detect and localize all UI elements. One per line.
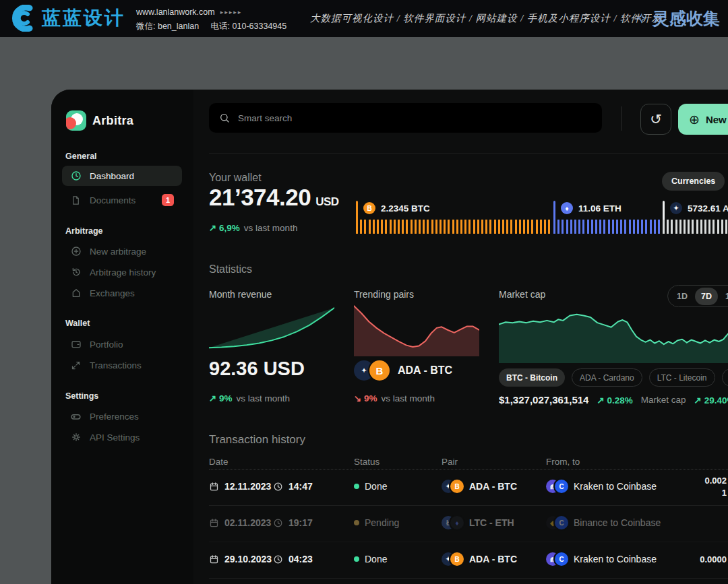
documents-badge: 1 xyxy=(162,194,174,206)
market-cap-range-toggle: 1D 7D 1M xyxy=(667,285,728,307)
pill-btc-bitcoin[interactable]: BTC - Bitcoin xyxy=(499,368,565,387)
wallet-icon xyxy=(70,339,82,350)
inspiration-collect[interactable]: ✧ 灵感收集 xyxy=(636,0,720,37)
tx-route: Binance to Coinbase xyxy=(574,517,661,528)
table-row[interactable]: 02.11.2023 19:17 Pending Ł♦LTC - ETH ◆CB… xyxy=(209,506,728,542)
plus-circle-icon xyxy=(70,246,82,257)
trending-pair-label: ADA - BTC xyxy=(398,364,452,377)
sidebar-item-exchanges[interactable]: Exchanges xyxy=(62,283,182,303)
new-arbitrage-button[interactable]: ⊕ New arbitrage xyxy=(678,104,728,135)
clock-icon xyxy=(273,554,283,564)
history-icon xyxy=(70,267,82,278)
pill-eth-ethereum[interactable]: ETH - Ethereum xyxy=(722,368,728,387)
lanlan-url[interactable]: www.lanlanwork.com xyxy=(136,5,215,20)
btc-bar xyxy=(356,220,551,234)
range-7d[interactable]: 7D xyxy=(695,288,718,305)
wallet-delta: ↗ 6,9%vs last month xyxy=(209,222,297,233)
main-content: ↺ ⊕ New arbitrage Your wallet 21’374.20U… xyxy=(209,90,728,584)
eth-bar xyxy=(553,220,661,234)
wallet-balance: 21’374.20USD xyxy=(209,184,339,211)
lanlan-logo[interactable]: 蓝蓝设计 xyxy=(8,5,125,32)
toggle-currencies[interactable]: Currencies xyxy=(662,172,725,191)
tx-amount: 0.0000 xyxy=(700,554,727,566)
market-cap-chart xyxy=(499,308,728,363)
transfer-arrows-icon xyxy=(70,360,82,371)
lanlan-brand-text: 蓝蓝设计 xyxy=(42,5,125,31)
month-revenue-value: 92.36 USD xyxy=(209,358,305,380)
sidebar-item-transactions[interactable]: Transactions xyxy=(62,355,182,375)
sidebar-item-label: Dashboard xyxy=(90,171,134,181)
tx-pair: LTC - ETH xyxy=(469,517,514,528)
col-status: Status xyxy=(354,457,380,467)
search-icon xyxy=(219,112,230,123)
clock-icon xyxy=(273,482,283,492)
arbitra-logo-icon xyxy=(66,110,86,131)
arbitra-brand: Arbitra xyxy=(92,114,133,128)
btc-coin-icon: B xyxy=(363,202,375,214)
status-dot xyxy=(354,556,359,562)
month-revenue-delta: ↗ 9%vs last month xyxy=(209,393,290,403)
sidebar-item-label: New arbitrage xyxy=(90,247,146,257)
dashboard-card: Arbitra General Dashboard Documents 1 Ar… xyxy=(51,90,728,584)
pair-icons: ✦ B xyxy=(354,360,390,381)
market-cap-caption: Market cap xyxy=(641,395,686,405)
sidebar-section-arbitrage: Arbitrage xyxy=(65,226,103,236)
sidebar-item-dashboard[interactable]: Dashboard xyxy=(62,166,182,186)
range-1m[interactable]: 1M xyxy=(719,288,728,305)
ada-amount: 5732.61 ADA xyxy=(688,203,728,214)
tx-date: 29.10.2023 xyxy=(224,554,272,564)
topbar-divider xyxy=(621,106,622,131)
market-cap-pair-pills: BTC - Bitcoin ADA - Cardano LTC - Liteco… xyxy=(499,368,728,387)
coinbase-icon: C xyxy=(555,480,568,493)
new-arbitrage-label: New arbitrage xyxy=(706,114,728,125)
dashboard-clock-icon xyxy=(70,170,82,182)
arrows-decoration: ▸▸▸▸▸ xyxy=(220,7,243,18)
table-row[interactable]: 12.11.2023 14:47 Done ✦BADA - BTC ⋒CKrak… xyxy=(209,469,728,506)
sidebar-item-portfolio[interactable]: Portfolio xyxy=(62,334,182,354)
search-input[interactable] xyxy=(237,112,560,124)
sidebar-item-arbitrage-history[interactable]: Arbitrage history xyxy=(62,262,182,282)
exchange-house-icon xyxy=(70,288,82,299)
search-box[interactable] xyxy=(209,103,602,133)
sidebar: Arbitra General Dashboard Documents 1 Ar… xyxy=(51,90,193,584)
range-1d[interactable]: 1D xyxy=(671,288,694,305)
inspiration-collect-label: 灵感收集 xyxy=(653,7,720,30)
history-button[interactable]: ↺ xyxy=(640,104,671,135)
trending-pairs-label: Trending pairs xyxy=(354,289,414,300)
tx-amount: 0.0021 xyxy=(704,475,727,499)
month-revenue-label: Month revenue xyxy=(209,289,272,300)
lanlan-services: 大数据可视化设计 / 软件界面设计 / 网站建设 / 手机及小程序设计 / 软件… xyxy=(310,0,662,37)
col-date: Date xyxy=(209,457,229,467)
lanlan-phone: 电话: 010-63334945 xyxy=(211,22,287,31)
trending-pairs-delta: ↘ 9%vs last month xyxy=(354,393,435,403)
eth-amount: 11.06 ETH xyxy=(578,203,621,214)
sidebar-item-label: Documents xyxy=(90,195,135,205)
wallet-title: Your wallet xyxy=(209,172,262,184)
sidebar-item-documents[interactable]: Documents 1 xyxy=(62,190,182,210)
pill-ltc-litecoin[interactable]: LTC - Litecoin xyxy=(649,368,715,387)
clock-icon xyxy=(273,518,283,528)
trending-pair: ✦ B ADA - BTC xyxy=(354,360,452,381)
tx-time: 14:47 xyxy=(289,481,313,492)
tx-date: 02.11.2023 xyxy=(224,517,271,528)
site-header: 蓝蓝设计 www.lanlanwork.com ▸▸▸▸▸ 微信: ben_la… xyxy=(0,0,728,37)
eth-coin-icon: ♦ xyxy=(561,202,573,214)
sidebar-item-label: API Settings xyxy=(90,432,140,443)
sidebar-item-new-arbitrage[interactable]: New arbitrage xyxy=(62,241,182,261)
tx-status: Done xyxy=(365,554,387,564)
sidebar-item-api-settings[interactable]: API Settings xyxy=(62,427,182,447)
volume-delta: ↗ 29.40% xyxy=(694,395,728,405)
btc-coin-icon: B xyxy=(369,360,390,381)
tx-pair: ADA - BTC xyxy=(469,554,517,564)
btc-coin-icon: B xyxy=(450,480,464,493)
table-header: Date Status Pair From, to xyxy=(209,457,728,469)
market-cap-stats: $1,327,027,361,514 ↗ 0.28% Market cap ↗ … xyxy=(499,394,728,405)
table-row[interactable]: 29.10.2023 04:23 Done ✦BADA - BTC ⋒CKrak… xyxy=(209,542,728,579)
sidebar-item-preferences[interactable]: Preferences xyxy=(62,406,182,426)
tx-route: Kraken to Coinbase xyxy=(574,554,657,564)
pill-ada-cardano[interactable]: ADA - Cardano xyxy=(572,368,642,387)
document-icon xyxy=(70,195,82,206)
eth-coin-icon: ♦ xyxy=(450,516,464,529)
screenshot-stage: 蓝蓝设计 www.lanlanwork.com ▸▸▸▸▸ 微信: ben_la… xyxy=(0,0,728,584)
sparkle-star-icon: ✧ xyxy=(636,10,648,28)
